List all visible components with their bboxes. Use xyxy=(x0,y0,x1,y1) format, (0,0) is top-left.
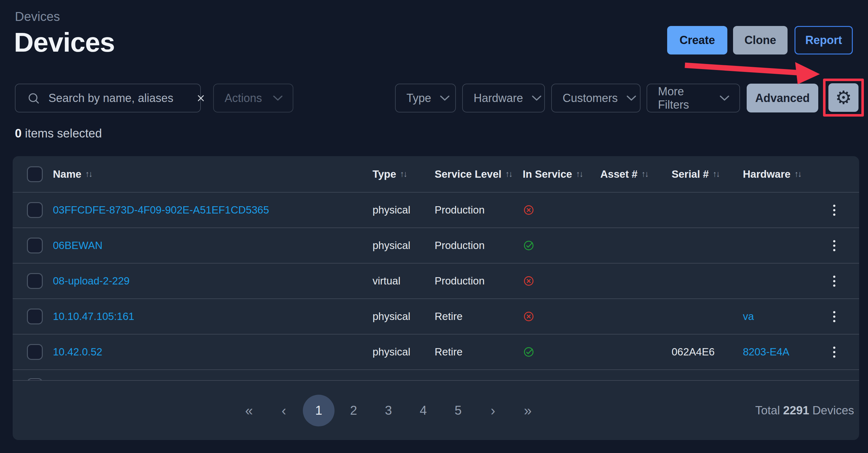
device-name-link[interactable]: 06BEWAN xyxy=(53,240,103,251)
type-cell: physical xyxy=(373,310,435,323)
chevron-down-icon xyxy=(531,95,542,101)
hardware-cell: 8203-E4A xyxy=(743,346,833,358)
device-name-cell: 10.10.47.105:161 xyxy=(53,310,373,323)
service-level-cell: Retire xyxy=(435,310,523,323)
prev-page-button[interactable]: ‹ xyxy=(268,395,300,426)
column-header-hardware[interactable]: Hardware↑↓ xyxy=(743,168,833,180)
row-checkbox[interactable] xyxy=(27,238,43,253)
filter-type-label: Type xyxy=(406,92,431,105)
advanced-filters-button[interactable]: Advanced xyxy=(747,84,818,113)
next-page-button[interactable]: › xyxy=(477,395,509,426)
report-button[interactable]: Report xyxy=(795,26,853,55)
sort-icon: ↑↓ xyxy=(576,169,583,179)
device-name-cell: 10.42.0.52 xyxy=(53,346,373,358)
device-name-cell: 06BEWAN xyxy=(53,240,373,251)
device-name-link[interactable]: 08-upload-2-229 xyxy=(53,275,130,287)
device-name-cell: 03FFCDFE-873D-4F09-902E-A51EF1CD5365 xyxy=(53,204,373,216)
filter-type-dropdown[interactable]: Type xyxy=(395,84,456,113)
type-cell: virtual xyxy=(373,275,435,287)
row-actions-menu-button[interactable] xyxy=(833,311,835,322)
clear-search-icon[interactable] xyxy=(196,93,206,103)
first-page-button[interactable]: « xyxy=(233,395,265,426)
type-cell: physical xyxy=(373,346,435,358)
column-header-asset[interactable]: Asset #↑↓ xyxy=(600,168,672,180)
selection-count-number: 0 xyxy=(15,127,22,140)
service-level-cell: Production xyxy=(435,204,523,216)
chevron-down-icon xyxy=(719,95,730,101)
selection-count: 0 items selected xyxy=(15,127,102,140)
service-level-cell: Production xyxy=(435,275,523,287)
column-header-type[interactable]: Type↑↓ xyxy=(373,168,435,180)
devices-table: Name↑↓ Type↑↓ Service Level↑↓ In Service… xyxy=(13,156,859,440)
column-header-serial[interactable]: Serial #↑↓ xyxy=(672,168,743,180)
table-header-row: Name↑↓ Type↑↓ Service Level↑↓ In Service… xyxy=(13,156,859,192)
page-button-3[interactable]: 3 xyxy=(373,395,404,426)
page-button-2[interactable]: 2 xyxy=(338,395,369,426)
sort-icon: ↑↓ xyxy=(505,169,512,179)
sort-icon: ↑↓ xyxy=(85,169,92,179)
table-row: 03FFCDFE-873D-4F09-902E-A51EF1CD5365 phy… xyxy=(13,192,859,228)
last-page-button[interactable]: » xyxy=(512,395,544,426)
table-row: 10.10.47.105:161 physical Retire va xyxy=(13,298,859,334)
selection-count-label: items selected xyxy=(25,127,102,140)
device-name-cell: 08-upload-2-229 xyxy=(53,275,373,287)
filter-customers-label: Customers xyxy=(563,92,618,105)
filter-hardware-dropdown[interactable]: Hardware xyxy=(462,84,545,113)
type-cell: physical xyxy=(373,204,435,216)
filter-customers-dropdown[interactable]: Customers xyxy=(551,84,641,113)
row-checkbox[interactable] xyxy=(27,273,43,289)
page-button-4[interactable]: 4 xyxy=(407,395,439,426)
device-name-link[interactable]: 10.10.47.105:161 xyxy=(53,310,134,322)
column-header-in-service[interactable]: In Service↑↓ xyxy=(523,168,600,180)
row-checkbox[interactable] xyxy=(27,344,43,360)
row-actions-menu-button[interactable] xyxy=(833,240,835,251)
serial-cell: 062A4E6 xyxy=(672,346,743,358)
page-title: Devices xyxy=(14,27,115,58)
create-button[interactable]: Create xyxy=(667,26,727,55)
row-checkbox[interactable] xyxy=(27,202,43,218)
service-level-cell: Production xyxy=(435,240,523,251)
actions-dropdown[interactable]: Actions xyxy=(213,84,293,113)
row-actions-menu-button[interactable] xyxy=(833,276,835,287)
settings-button[interactable]: ⚙ xyxy=(828,83,859,112)
search-icon xyxy=(27,92,40,105)
column-header-service-level[interactable]: Service Level↑↓ xyxy=(435,168,523,180)
row-checkbox[interactable] xyxy=(27,308,43,324)
filter-hardware-label: Hardware xyxy=(474,92,523,105)
column-header-name[interactable]: Name↑↓ xyxy=(53,168,373,180)
search-input[interactable] xyxy=(49,92,196,105)
device-name-link[interactable]: 10.42.0.52 xyxy=(53,346,102,358)
pagination: « ‹ 1 2 3 4 5 › » xyxy=(233,395,544,426)
chevron-down-icon xyxy=(439,95,450,101)
filter-more-filters-dropdown[interactable]: More Filters xyxy=(647,84,740,113)
table-row-partial xyxy=(13,369,859,380)
page-button-5[interactable]: 5 xyxy=(442,395,474,426)
in-service-status-icon xyxy=(523,275,600,287)
table-row: 10.42.0.52 physical Retire 062A4E6 8203-… xyxy=(13,334,859,369)
chevron-down-icon xyxy=(273,95,283,101)
total-devices-label: Total 2291 Devices xyxy=(755,404,854,417)
select-all-checkbox[interactable] xyxy=(27,166,43,182)
filter-more-filters-label: More Filters xyxy=(658,85,711,112)
table-footer: « ‹ 1 2 3 4 5 › » Total 2291 Devices xyxy=(13,380,859,440)
search-box[interactable] xyxy=(15,84,201,113)
row-actions-menu-button[interactable] xyxy=(833,346,835,358)
in-service-status-icon xyxy=(523,204,600,216)
sort-icon: ↑↓ xyxy=(641,169,648,179)
hardware-cell: va xyxy=(743,310,833,323)
hardware-link[interactable]: va xyxy=(743,310,754,322)
clone-button[interactable]: Clone xyxy=(733,26,787,55)
page-button-1[interactable]: 1 xyxy=(303,395,335,426)
type-cell: physical xyxy=(373,240,435,251)
table-row: 08-upload-2-229 virtual Production xyxy=(13,263,859,298)
sort-icon: ↑↓ xyxy=(712,169,719,179)
hardware-link[interactable]: 8203-E4A xyxy=(743,346,789,358)
table-row: 06BEWAN physical Production xyxy=(13,228,859,263)
actions-dropdown-label: Actions xyxy=(225,92,262,105)
in-service-status-icon xyxy=(523,240,600,251)
chevron-down-icon xyxy=(626,95,637,101)
device-name-link[interactable]: 03FFCDFE-873D-4F09-902E-A51EF1CD5365 xyxy=(53,204,269,216)
in-service-status-icon xyxy=(523,346,600,358)
row-actions-menu-button[interactable] xyxy=(833,205,835,216)
sort-icon: ↑↓ xyxy=(794,169,801,179)
